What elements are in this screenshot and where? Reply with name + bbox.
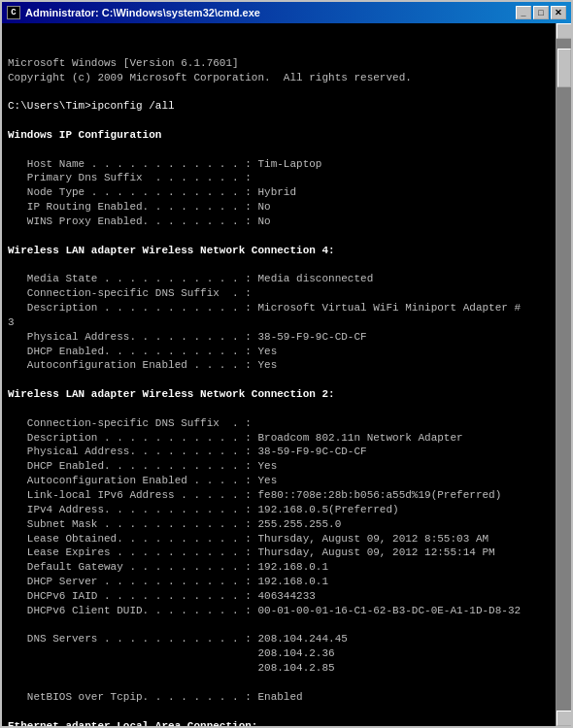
terminal-line bbox=[8, 676, 548, 690]
terminal-line: Physical Address. . . . . . . . . : 38-5… bbox=[8, 445, 548, 459]
terminal-line: Microsoft Windows [Version 6.1.7601] bbox=[8, 56, 548, 71]
terminal-line: 3 bbox=[8, 315, 548, 330]
terminal-line bbox=[8, 114, 548, 128]
window-title: Administrator: C:\Windows\system32\cmd.e… bbox=[25, 7, 260, 18]
terminal-line bbox=[8, 618, 548, 633]
terminal-line: Wireless LAN adapter Wireless Network Co… bbox=[8, 244, 548, 258]
terminal-line: DHCP Server . . . . . . . . . . . : 192.… bbox=[8, 575, 548, 589]
terminal-area[interactable]: Microsoft Windows [Version 6.1.7601]Copy… bbox=[2, 23, 571, 726]
scroll-thumb[interactable] bbox=[557, 49, 571, 87]
title-bar: C Administrator: C:\Windows\system32\cmd… bbox=[2, 2, 571, 23]
scrollbar[interactable]: ▲ ▼ bbox=[556, 23, 571, 726]
terminal-line: Copyright (c) 2009 Microsoft Corporation… bbox=[8, 71, 548, 85]
minimize-button[interactable]: _ bbox=[516, 6, 531, 19]
terminal-line: Subnet Mask . . . . . . . . . . . : 255.… bbox=[8, 517, 548, 532]
terminal-line: 208.104.2.36 bbox=[8, 646, 548, 661]
maximize-button[interactable]: □ bbox=[533, 6, 549, 19]
terminal-line: Host Name . . . . . . . . . . . . : Tim-… bbox=[8, 157, 548, 172]
terminal-line: Physical Address. . . . . . . . . : 38-5… bbox=[8, 330, 548, 345]
terminal-line bbox=[8, 229, 548, 244]
terminal-line: Connection-specific DNS Suffix . : bbox=[8, 286, 548, 301]
terminal-line bbox=[8, 258, 548, 273]
terminal-line: Link-local IPv6 Address . . . . . : fe80… bbox=[8, 488, 548, 503]
title-bar-left: C Administrator: C:\Windows\system32\cmd… bbox=[7, 6, 260, 19]
terminal-line: Autoconfiguration Enabled . . . . : Yes bbox=[8, 358, 548, 373]
cmd-window: C Administrator: C:\Windows\system32\cmd… bbox=[0, 0, 573, 728]
terminal-line: IPv4 Address. . . . . . . . . . . : 192.… bbox=[8, 503, 548, 517]
terminal-line: DNS Servers . . . . . . . . . . . : 208.… bbox=[8, 632, 548, 646]
terminal-line bbox=[8, 402, 548, 416]
scroll-track[interactable] bbox=[556, 39, 571, 711]
terminal-line: Autoconfiguration Enabled . . . . : Yes bbox=[8, 474, 548, 488]
terminal-line bbox=[8, 373, 548, 387]
terminal-line: DHCP Enabled. . . . . . . . . . . : Yes bbox=[8, 459, 548, 474]
cmd-icon: C bbox=[7, 6, 20, 19]
terminal-line: Lease Obtained. . . . . . . . . . : Thur… bbox=[8, 532, 548, 546]
close-button[interactable]: ✕ bbox=[551, 6, 566, 19]
terminal-line: DHCPv6 Client DUID. . . . . . . . : 00-0… bbox=[8, 604, 548, 618]
terminal-line: Node Type . . . . . . . . . . . . : Hybr… bbox=[8, 185, 548, 200]
terminal-line: 208.104.2.85 bbox=[8, 661, 548, 676]
terminal-line: DHCPv6 IAID . . . . . . . . . . . : 4063… bbox=[8, 589, 548, 604]
terminal-line: Ethernet adapter Local Area Connection: bbox=[8, 719, 548, 727]
window-controls: _ □ ✕ bbox=[516, 6, 566, 19]
terminal-line: WINS Proxy Enabled. . . . . . . . : No bbox=[8, 215, 548, 229]
terminal-line: Primary Dns Suffix . . . . . . . : bbox=[8, 171, 548, 185]
terminal-line: C:\Users\Tim>ipconfig /all bbox=[8, 99, 548, 114]
terminal-line: DHCP Enabled. . . . . . . . . . . : Yes bbox=[8, 345, 548, 359]
terminal-line bbox=[8, 705, 548, 719]
terminal-line: Description . . . . . . . . . . . : Broa… bbox=[8, 431, 548, 446]
terminal-line: Connection-specific DNS Suffix . : bbox=[8, 416, 548, 431]
scroll-down-button[interactable]: ▼ bbox=[556, 711, 572, 726]
terminal-line bbox=[8, 84, 548, 99]
terminal-line: NetBIOS over Tcpip. . . . . . . . : Enab… bbox=[8, 690, 548, 705]
terminal-line: Media State . . . . . . . . . . . : Medi… bbox=[8, 272, 548, 286]
scroll-up-button[interactable]: ▲ bbox=[556, 23, 572, 39]
terminal-line: Description . . . . . . . . . . . : Micr… bbox=[8, 301, 548, 315]
terminal-line: IP Routing Enabled. . . . . . . . : No bbox=[8, 200, 548, 215]
terminal-output: Microsoft Windows [Version 6.1.7601]Copy… bbox=[8, 56, 565, 726]
terminal-line: Wireless LAN adapter Wireless Network Co… bbox=[8, 387, 548, 402]
terminal-line bbox=[8, 143, 548, 157]
terminal-line: Default Gateway . . . . . . . . . : 192.… bbox=[8, 560, 548, 575]
terminal-line: Windows IP Configuration bbox=[8, 128, 548, 143]
terminal-line: Lease Expires . . . . . . . . . . : Thur… bbox=[8, 546, 548, 560]
